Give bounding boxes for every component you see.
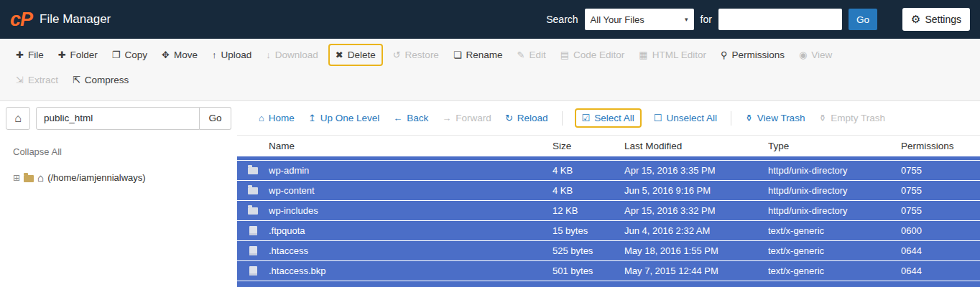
column-header-last-modified[interactable]: Last Modified bbox=[624, 141, 768, 151]
settings-button[interactable]: ⚙ Settings bbox=[902, 8, 970, 31]
compress-button[interactable]: ⇱ Compress bbox=[65, 69, 136, 91]
nav-reload-label: Reload bbox=[517, 113, 548, 123]
path-input[interactable] bbox=[36, 107, 200, 130]
toolbar: ✚ File ✚ Folder ❐ Copy ✥ Move ↑ Upload ↓… bbox=[0, 39, 980, 101]
download-button[interactable]: ↓ Download bbox=[259, 44, 325, 66]
collapse-all-link[interactable]: Collapse All bbox=[13, 146, 224, 157]
empty-trash-icon: ⚱ bbox=[818, 113, 826, 123]
move-button-label: Move bbox=[174, 50, 198, 60]
table-row[interactable]: .htaccess.bkp 501 bytes May 7, 2015 12:4… bbox=[237, 261, 980, 281]
cpanel-logo: cP bbox=[10, 9, 32, 31]
file-permissions: 0644 bbox=[901, 245, 980, 256]
add-folder-icon: ✚ bbox=[58, 50, 66, 60]
search-scope-select[interactable]: All Your Files ▾ bbox=[585, 9, 694, 30]
copy-button[interactable]: ❐ Copy bbox=[105, 44, 154, 66]
delete-icon: ✖ bbox=[336, 50, 343, 60]
permissions-button[interactable]: ⚲ Permissions bbox=[713, 44, 792, 66]
table-row[interactable]: wp-admin 4 KB Apr 15, 2016 3:35 PM httpd… bbox=[237, 161, 980, 181]
nav-forward-link[interactable]: → Forward bbox=[442, 113, 491, 123]
nav-reload-link[interactable]: ↻ Reload bbox=[505, 113, 548, 123]
column-header-name[interactable]: Name bbox=[269, 141, 553, 151]
edit-button[interactable]: ✎ Edit bbox=[510, 44, 553, 66]
folder-button[interactable]: ✚ Folder bbox=[51, 44, 105, 66]
file-size: 501 bytes bbox=[553, 265, 624, 276]
file-name: .htaccess bbox=[269, 245, 553, 256]
home-directory-button[interactable]: ⌂ bbox=[6, 107, 30, 130]
file-table-header: Name Size Last Modified Type Permissions bbox=[237, 135, 980, 156]
file-name: wp-content bbox=[269, 185, 553, 196]
for-label: for bbox=[701, 14, 712, 25]
file-modified: Jun 5, 2016 9:16 PM bbox=[624, 185, 768, 196]
compress-button-label: Compress bbox=[85, 75, 129, 85]
file-size: 12 KB bbox=[553, 205, 624, 216]
main-area: Collapse All ⊞ ⌂ (/home/iamjennialways) … bbox=[0, 135, 980, 287]
table-row[interactable]: wp-includes 12 KB Apr 15, 2016 3:32 PM h… bbox=[237, 201, 980, 221]
nav-empty-trash-link[interactable]: ⚱ Empty Trash bbox=[818, 113, 885, 123]
search-scope-value: All Your Files bbox=[591, 14, 644, 25]
upload-button-label: Upload bbox=[221, 50, 251, 60]
file-modified: Apr 15, 2016 3:32 PM bbox=[624, 205, 768, 216]
column-header-permissions[interactable]: Permissions bbox=[901, 141, 980, 151]
delete-button[interactable]: ✖ Delete bbox=[328, 44, 383, 66]
unselect-all-checkbox-icon: ☐ bbox=[654, 113, 662, 123]
compress-icon: ⇱ bbox=[73, 75, 80, 85]
rename-icon: ❏ bbox=[453, 50, 462, 60]
nav-up-one-level-link[interactable]: ↥ Up One Level bbox=[308, 113, 379, 123]
tree-item-label: (/home/iamjennialways) bbox=[47, 172, 146, 183]
brand: cP File Manager bbox=[10, 9, 111, 31]
restore-button[interactable]: ↺ Restore bbox=[386, 44, 446, 66]
nav-select-all-link[interactable]: ☑ Select All bbox=[575, 108, 642, 128]
code-editor-icon: ▤ bbox=[560, 50, 569, 60]
folder-icon bbox=[248, 207, 258, 215]
file-type: httpd/unix-directory bbox=[768, 205, 901, 216]
search-bar: Search All Your Files ▾ for Go ⚙ Setting… bbox=[546, 8, 970, 31]
copy-button-label: Copy bbox=[125, 50, 148, 60]
tree-expand-icon[interactable]: ⊞ bbox=[13, 173, 20, 183]
home-icon: ⌂ bbox=[14, 112, 22, 124]
home-icon: ⌂ bbox=[37, 171, 44, 184]
search-go-button[interactable]: Go bbox=[849, 9, 877, 30]
nav-back-link[interactable]: ← Back bbox=[393, 113, 428, 123]
nav-home-link[interactable]: ⌂ Home bbox=[259, 113, 295, 123]
table-row[interactable]: .htaccess 525 bytes May 18, 2016 1:55 PM… bbox=[237, 241, 980, 261]
file-type: text/x-generic bbox=[768, 225, 901, 236]
nav-select-all-label: Select All bbox=[594, 113, 634, 123]
move-button[interactable]: ✥ Move bbox=[154, 44, 205, 66]
nav-view-trash-link[interactable]: ⚱ View Trash bbox=[745, 113, 805, 123]
rename-button-label: Rename bbox=[466, 50, 503, 60]
nav-unselect-all-link[interactable]: ☐ Unselect All bbox=[654, 113, 717, 123]
view-button-label: View bbox=[811, 50, 832, 60]
file-icon bbox=[249, 266, 257, 276]
forward-arrow-icon: → bbox=[442, 113, 451, 123]
reload-icon: ↻ bbox=[505, 113, 513, 123]
rename-button[interactable]: ❏ Rename bbox=[446, 44, 510, 66]
column-header-type[interactable]: Type bbox=[768, 141, 901, 151]
extract-button[interactable]: ⇲ Extract bbox=[9, 69, 65, 91]
folder-icon bbox=[248, 187, 258, 194]
code-editor-button-label: Code Editor bbox=[573, 50, 624, 60]
upload-button[interactable]: ↑ Upload bbox=[205, 44, 259, 66]
search-label: Search bbox=[546, 14, 578, 25]
nav-unselect-all-label: Unselect All bbox=[666, 113, 717, 123]
code-editor-button[interactable]: ▤ Code Editor bbox=[553, 44, 632, 66]
column-header-size[interactable]: Size bbox=[553, 141, 624, 151]
nav-links: ⌂ Home ↥ Up One Level ← Back → Forward ↻… bbox=[259, 111, 885, 126]
file-button[interactable]: ✚ File bbox=[9, 44, 51, 66]
html-editor-button-label: HTML Editor bbox=[652, 50, 706, 60]
path-nav-bar: ⌂ Go ⌂ Home ↥ Up One Level ← Back → Forw… bbox=[0, 101, 980, 135]
search-input[interactable] bbox=[718, 9, 842, 30]
edit-icon: ✎ bbox=[517, 50, 525, 60]
table-row[interactable]: .ftpquota 15 bytes Jun 4, 2016 2:32 AM t… bbox=[237, 221, 980, 241]
tree-item-home[interactable]: ⊞ ⌂ (/home/iamjennialways) bbox=[13, 171, 224, 184]
view-button[interactable]: ◉ View bbox=[792, 44, 839, 66]
extract-icon: ⇲ bbox=[16, 75, 24, 85]
download-icon: ↓ bbox=[266, 50, 271, 60]
table-row[interactable]: wp-content 4 KB Jun 5, 2016 9:16 PM http… bbox=[237, 181, 980, 201]
html-editor-button[interactable]: ▦ HTML Editor bbox=[632, 44, 713, 66]
file-permissions: 0755 bbox=[901, 205, 980, 216]
file-type: text/x-generic bbox=[768, 245, 901, 256]
path-go-button[interactable]: Go bbox=[200, 107, 231, 130]
download-button-label: Download bbox=[275, 50, 318, 60]
divider bbox=[562, 111, 563, 126]
restore-button-label: Restore bbox=[405, 50, 439, 60]
